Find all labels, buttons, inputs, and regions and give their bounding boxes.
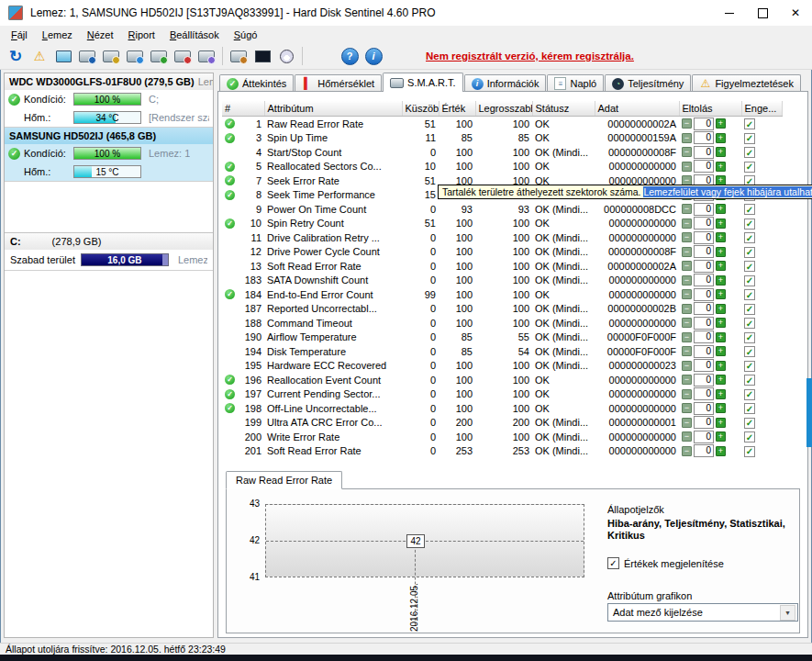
chevron-down-icon[interactable] [780,605,795,621]
offset-decrement-button[interactable] [682,389,692,399]
offset-increment-button[interactable] [716,275,726,286]
enabled-checkbox[interactable] [744,232,755,243]
menu-riport[interactable]: Riport [121,28,162,42]
tab-attekintes[interactable]: Áttekintés [219,74,294,92]
offset-increment-button[interactable] [716,418,726,428]
monitor-icon[interactable] [51,45,75,67]
smart-attribute-row[interactable]: 187 Reported Uncorrectabl... 0 100 100 O… [222,302,782,317]
tab-figyelmeztetesek[interactable]: Figyelmeztetések [692,74,801,92]
disk-item-wdc[interactable]: WDC WD3000GLFS-01F8U0 (279,5 GB) Lem... … [5,73,213,128]
enabled-checkbox[interactable] [744,389,755,400]
offset-decrement-button[interactable] [682,247,692,257]
menu-beallitasok[interactable]: Beállítások [162,28,227,42]
enabled-checkbox[interactable] [744,261,755,272]
enabled-checkbox[interactable] [744,118,755,129]
smart-attribute-row[interactable]: 200 Write Error Rate 0 100 100 OK (Mindi… [222,430,782,444]
enabled-checkbox[interactable] [744,375,755,386]
smart-attribute-row[interactable]: 201 Soft Read Error Rate 0 253 253 OK (M… [222,444,782,459]
disk-info-icon[interactable] [123,45,147,67]
disk-tools-icon[interactable] [227,45,250,67]
column-header-attributum[interactable]: Attribútum [264,101,402,117]
tab-homerseklet[interactable]: Hőmérséklet [295,74,382,92]
offset-decrement-button[interactable] [682,232,692,242]
offset-value[interactable]: 0 [694,444,714,457]
attribute-graph-tab[interactable]: Raw Read Error Rate [226,471,342,489]
offset-decrement-button[interactable] [682,147,692,157]
enabled-checkbox[interactable] [744,204,755,215]
offset-increment-button[interactable] [716,361,726,371]
offset-value[interactable]: 0 [694,345,714,358]
alerts-icon[interactable] [28,45,51,67]
offset-value[interactable]: 0 [694,160,714,173]
offset-decrement-button[interactable] [682,361,692,371]
offset-increment-button[interactable] [716,403,726,413]
smart-attribute-row[interactable]: 194 Disk Temperature 0 85 54 OK (Mindi..… [222,344,782,359]
smart-attribute-row[interactable]: 9 Power On Time Count 0 93 93 OK (Mindi.… [222,202,782,217]
offset-value[interactable]: 0 [694,245,714,258]
smart-attribute-row[interactable]: 198 Off-Line Uncorrectable... 0 100 100 … [222,401,782,416]
offset-increment-button[interactable] [716,162,726,172]
smart-attribute-row[interactable]: 4 Start/Stop Count 0 100 100 OK (Mindi..… [222,145,782,160]
offset-decrement-button[interactable] [682,204,692,214]
offset-value[interactable]: 0 [694,302,714,315]
offset-increment-button[interactable] [716,204,726,214]
enabled-checkbox[interactable] [744,431,755,443]
tab-informaciok[interactable]: Információk [464,74,547,92]
offset-value[interactable]: 0 [694,317,714,330]
offset-value[interactable]: 0 [694,203,714,216]
smart-attribute-row[interactable]: 13 Soft Read Error Rate 0 100 100 OK (Mi… [222,259,782,274]
column-header-ertek[interactable]: Érték [439,101,475,117]
disk-surface-icon[interactable] [99,45,123,67]
offset-value[interactable]: 0 [694,146,714,159]
offset-increment-button[interactable] [716,261,726,271]
offset-decrement-button[interactable] [682,261,692,271]
offset-decrement-button[interactable] [682,375,692,385]
column-header-enge[interactable]: Enge... [741,101,782,117]
disk-magnifier-icon[interactable] [75,45,99,67]
column-header-kuszob[interactable]: Küszöb [402,101,439,117]
offset-decrement-button[interactable] [682,275,692,286]
offset-increment-button[interactable] [716,318,726,328]
menu-sugo[interactable]: Súgó [227,28,265,42]
offset-decrement-button[interactable] [682,403,692,413]
offset-value[interactable]: 0 [694,402,714,415]
offset-value[interactable]: 0 [694,359,714,372]
smart-attribute-row[interactable]: 1 Raw Read Error Rate 51 100 100 OK 0000… [222,117,782,131]
menu-fajl[interactable]: Fájl [4,28,35,42]
graph-mode-select[interactable]: Adat mező kijelzése [607,603,798,622]
offset-decrement-button[interactable] [682,289,692,299]
column-header-adat[interactable]: Adat [595,101,679,117]
offset-value[interactable]: 0 [694,131,714,144]
offset-value[interactable]: 0 [694,274,714,286]
register-link[interactable]: Nem regisztrált verzió, kérem regisztrál… [426,50,634,62]
enabled-checkbox[interactable] [744,247,755,258]
column-header-item[interactable]: # [222,101,264,117]
smart-attribute-row[interactable]: 196 Reallocation Event Count 0 100 100 O… [222,373,782,387]
smart-attribute-row[interactable]: 188 Command Timeout 0 100 100 OK (Mindi.… [222,316,782,330]
smart-attribute-row[interactable]: 12 Drive Power Cycle Count 0 100 100 OK … [222,245,782,260]
enabled-checkbox[interactable] [744,446,755,457]
offset-decrement-button[interactable] [682,162,692,172]
offset-increment-button[interactable] [716,133,726,143]
offset-increment-button[interactable] [716,304,726,314]
show-values-checkbox[interactable] [607,557,619,569]
menu-lemez[interactable]: Lemez [35,28,80,42]
offset-increment-button[interactable] [716,118,726,129]
offset-value[interactable]: 0 [694,330,714,343]
enabled-checkbox[interactable] [744,218,755,230]
offset-value[interactable]: 0 [694,288,714,301]
smart-attribute-row[interactable]: 11 Drive Calibration Retry ... 0 100 100… [222,230,782,245]
offset-value[interactable]: 0 [694,217,714,230]
enabled-checkbox[interactable] [744,133,755,144]
offset-increment-button[interactable] [716,431,726,442]
smart-attribute-row[interactable]: 3 Spin Up Time 11 85 85 OK 00000000159A … [222,131,782,146]
enabled-checkbox[interactable] [744,418,755,429]
menu-nezet[interactable]: Nézet [80,28,121,42]
smart-attribute-row[interactable]: 199 Ultra ATA CRC Error Co... 0 200 200 … [222,416,782,431]
offset-decrement-button[interactable] [682,418,692,428]
offset-decrement-button[interactable] [682,133,692,143]
offset-decrement-button[interactable] [682,431,692,442]
offset-decrement-button[interactable] [682,304,692,314]
offset-decrement-button[interactable] [682,346,692,356]
offset-value[interactable]: 0 [694,374,714,387]
